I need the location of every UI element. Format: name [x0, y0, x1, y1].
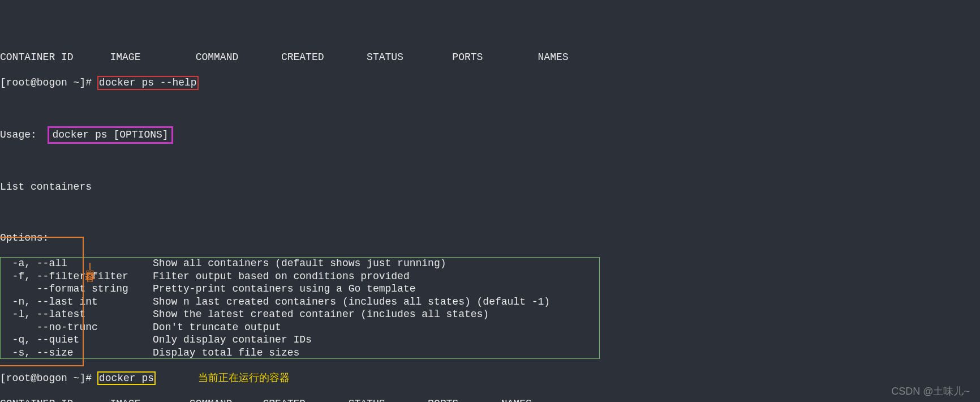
- list-containers: List containers: [0, 181, 980, 194]
- prompt: [root@bogon ~]#: [0, 77, 92, 88]
- options-label: Options:: [0, 232, 980, 245]
- option-row: -l, --latest Show the latest created con…: [0, 308, 600, 321]
- blank: [0, 155, 980, 168]
- option-row: -n, --last int Show n last created conta…: [0, 296, 600, 309]
- cmd-help[interactable]: docker ps --help: [98, 76, 198, 89]
- usage-line: Usage: docker ps [OPTIONS]: [0, 127, 980, 143]
- option-row: -s, --size Display total file sizes: [0, 347, 600, 360]
- cmd-ps[interactable]: docker ps: [98, 372, 155, 385]
- cmd-line-ps: [root@bogon ~]# docker ps 当前正在运行的容器: [0, 372, 980, 385]
- watermark: CSDN @土味儿~: [891, 385, 970, 398]
- option-row: --format string Pretty-print containers …: [0, 283, 600, 296]
- prompt: [root@bogon ~]#: [0, 373, 92, 384]
- note-ps: 当前正在运行的容器: [198, 373, 290, 384]
- cmd-line-help: [root@bogon ~]# docker ps --help: [0, 76, 980, 89]
- usage-text: docker ps [OPTIONS]: [49, 127, 171, 143]
- option-row: -q, --quiet Only display container IDs: [0, 333, 600, 347]
- blank: [0, 206, 980, 219]
- usage-label: Usage:: [0, 129, 37, 140]
- header-row-cut: CONTAINER ID IMAGE COMMAND CREATED STATU…: [0, 51, 980, 64]
- ps-header: CONTAINER ID IMAGE COMMAND CREATED STATU…: [0, 397, 980, 403]
- blank: [0, 102, 980, 115]
- option-row: --no-trunc Don't truncate output: [0, 321, 600, 334]
- container-id-side-label: 容器ID: [85, 263, 95, 281]
